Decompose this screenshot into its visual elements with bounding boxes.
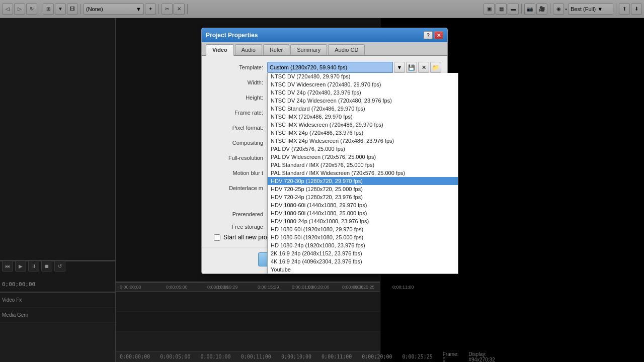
tab-video[interactable]: Video — [206, 44, 234, 56]
dropdown-item-5[interactable]: NTSC Standard (720x486, 29.970 fps) — [268, 105, 458, 113]
full-resolution-label: Full-resolution — [208, 155, 263, 161]
template-dropdown-arrow[interactable]: ▼ — [394, 62, 405, 73]
tab-summary[interactable]: Summary — [290, 44, 327, 55]
prerendered-label: Prerendered — [208, 211, 263, 217]
dropdown-item-24[interactable]: 4K 16:9 24p (4096x2304, 23.976 fps) — [268, 257, 458, 265]
dropdown-item-4[interactable]: NTSC DV 24p Widescreen (720x480, 23.976 … — [268, 97, 458, 105]
dropdown-item-15[interactable]: HDV 720-25p (1280x720, 25.000 fps) — [268, 185, 458, 193]
dialog-overlay: Project Properties ? ✕ Video Audio Ruler… — [0, 0, 644, 362]
dialog-help-btn[interactable]: ? — [424, 31, 433, 39]
dropdown-item-10[interactable]: PAL DV (720x576, 25.000 fps) — [268, 145, 458, 153]
app-background: ◁ ▷ ↻ ⊞ ▼ 🎞 (None) ▼ ✦ ✂ ✕ ▣ ▦ ▬ 📷 🎥 ◉ •… — [0, 0, 644, 362]
height-label: Height: — [208, 95, 263, 101]
start-new-projects-checkbox[interactable] — [214, 234, 220, 241]
dropdown-item-1[interactable]: NTSC DV (720x480, 29.970 fps) — [268, 73, 458, 80]
dropdown-item-13[interactable]: PAL Standard / IMX Widescreen (720x576, … — [268, 169, 458, 177]
template-folder-btn[interactable]: 📁 — [430, 62, 441, 73]
dropdown-item-9[interactable]: NTSC IMX 24p Widescreen (720x486, 23.976… — [268, 137, 458, 145]
width-label: Width: — [208, 79, 263, 85]
dropdown-item-21[interactable]: HD 1080-50i (1920x1080, 25.000 fps) — [268, 233, 458, 241]
dropdown-item-8[interactable]: NTSC IMX 24p (720x486, 23.976 fps) — [268, 129, 458, 137]
dropdown-item-12[interactable]: PAL Standard / IMX (720x576, 25.000 fps) — [268, 161, 458, 169]
dropdown-item-7[interactable]: NTSC IMX Widescreen (720x486, 29.970 fps… — [268, 121, 458, 129]
tab-audio-cd[interactable]: Audio CD — [328, 44, 365, 55]
titlebar-buttons: ? ✕ — [424, 31, 443, 39]
dropdown-item-25[interactable]: Youtube — [268, 265, 458, 274]
template-dropdown-list[interactable]: Multimedia (320x240, 29.970 fps)NTSC DV … — [267, 73, 458, 274]
dialog-content: Template: Multimedia (320x240, 29.970 fp… — [202, 56, 447, 247]
template-delete-btn[interactable]: ✕ — [418, 62, 429, 73]
pixel-format-label: Pixel format: — [208, 125, 263, 131]
tab-ruler[interactable]: Ruler — [263, 44, 289, 55]
frame-rate-label: Frame rate: — [208, 110, 263, 116]
deinterlace-label: Deinterlace m — [208, 185, 263, 191]
dropdown-item-3[interactable]: NTSC DV 24p (720x480, 23.976 fps) — [268, 88, 458, 97]
free-storage-label: Free storage — [208, 224, 263, 230]
template-save-btn[interactable]: 💾 — [406, 62, 417, 73]
dropdown-item-22[interactable]: HD 1080-24p (1920x1080, 23.976 fps) — [268, 241, 458, 249]
dialog-close-btn[interactable]: ✕ — [434, 31, 443, 39]
dropdown-item-19[interactable]: HDV 1080-24p (1440x1080, 23.976 fps) — [268, 217, 458, 225]
dropdown-item-6[interactable]: NTSC IMX (720x486, 29.970 fps) — [268, 113, 458, 121]
dialog-title: Project Properties — [206, 32, 258, 39]
dialog-titlebar: Project Properties ? ✕ — [202, 28, 447, 42]
template-input[interactable] — [267, 62, 393, 73]
dropdown-item-16[interactable]: HDV 720-24p (1280x720, 23.976 fps) — [268, 193, 458, 201]
dropdown-item-18[interactable]: HDV 1080-50i (1440x1080, 25.000 fps) — [268, 209, 458, 217]
dropdown-item-2[interactable]: NTSC DV Widescreen (720x480, 29.970 fps) — [268, 80, 458, 88]
dropdown-item-14[interactable]: HDV 720-30p (1280x720, 29.970 fps) — [268, 177, 458, 185]
dropdown-item-11[interactable]: PAL DV Widescreen (720x576, 25.000 fps) — [268, 153, 458, 161]
dropdown-item-23[interactable]: 2K 16:9 24p (2048x1152, 23.976 fps) — [268, 249, 458, 257]
tab-audio[interactable]: Audio — [235, 44, 262, 55]
dropdown-item-20[interactable]: HD 1080-60i (1920x1080, 29.970 fps) — [268, 225, 458, 233]
motion-blur-label: Motion blur t — [208, 170, 263, 176]
template-label: Template: — [208, 64, 263, 70]
template-row: Template: Multimedia (320x240, 29.970 fp… — [208, 62, 441, 73]
dialog-tabs: Video Audio Ruler Summary Audio CD — [202, 42, 447, 56]
compositing-label: Compositing — [208, 140, 263, 146]
project-properties-dialog: Project Properties ? ✕ Video Audio Ruler… — [201, 28, 448, 274]
dropdown-item-17[interactable]: HDV 1080-60i (1440x1080, 29.970 fps) — [268, 201, 458, 209]
